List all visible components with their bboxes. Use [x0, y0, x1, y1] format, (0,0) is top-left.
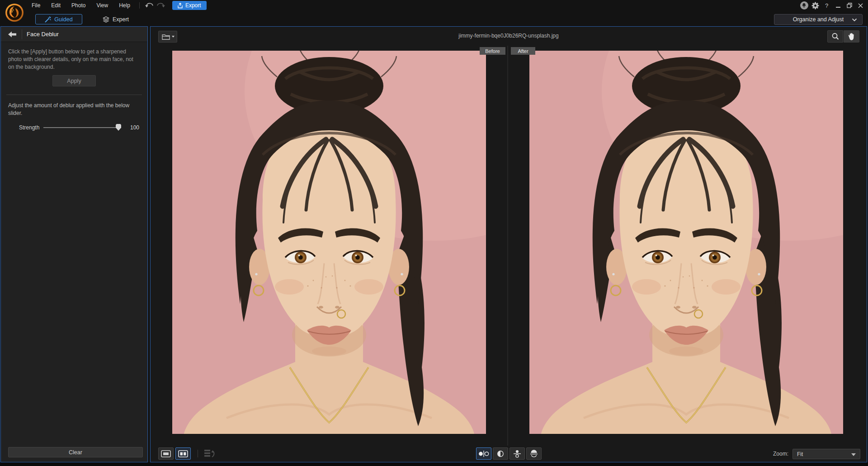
zoom-tool-button[interactable]: [827, 30, 843, 43]
strength-value: 100: [130, 124, 139, 131]
canvas: Before After: [151, 46, 867, 446]
slider-hint: Adjust the amount of deblur applied with…: [8, 102, 140, 117]
face-deblur-panel: Face Deblur Click the [Apply] button bel…: [0, 26, 148, 462]
compare-split-icon: [495, 450, 506, 457]
image-after: [529, 51, 843, 434]
apply-to-all-button[interactable]: [204, 449, 216, 461]
compare-split-horizontal-button[interactable]: [526, 447, 542, 460]
viewer-toolbar-bottom: Zoom: Fit: [151, 446, 867, 462]
help-button[interactable]: ?: [821, 0, 832, 11]
strength-slider[interactable]: [43, 123, 121, 133]
menu-edit[interactable]: Edit: [46, 2, 66, 9]
mode-tabrow: Guided Expert Organize and Adjust: [0, 11, 868, 26]
undo-icon: [145, 2, 153, 9]
single-view-button[interactable]: [158, 447, 174, 460]
redo-button[interactable]: [155, 1, 167, 10]
back-button[interactable]: [5, 29, 20, 40]
magnifier-icon: [831, 33, 840, 41]
compare-view-button[interactable]: [175, 447, 191, 460]
export-button[interactable]: Export: [172, 1, 207, 10]
divider: [6, 95, 142, 95]
back-arrow-icon: [8, 31, 17, 38]
wand-icon: [45, 16, 51, 23]
chevron-down-icon: [852, 18, 857, 22]
apply-button[interactable]: Apply: [52, 75, 96, 86]
after-tab[interactable]: After: [511, 47, 535, 55]
tab-expert[interactable]: Expert: [92, 14, 139, 24]
slider-thumb[interactable]: [116, 124, 121, 131]
close-icon: [858, 3, 863, 8]
pan-tool-button[interactable]: [844, 30, 859, 43]
restore-icon: [847, 3, 852, 8]
settings-button[interactable]: [810, 0, 821, 11]
canvas-divider: [507, 46, 508, 446]
slider-track[interactable]: [43, 127, 121, 128]
compare-top-bottom-icon: [512, 450, 523, 458]
window-controls: ?: [798, 0, 866, 11]
panel-header: Face Deblur: [1, 27, 147, 42]
viewer-toolbar-top: jimmy-fermin-bqe0J0b26RQ-unsplash.jpg: [151, 27, 867, 46]
menu-help[interactable]: Help: [113, 2, 136, 9]
clear-button[interactable]: Clear: [8, 447, 143, 457]
split-view-icon: [178, 450, 188, 457]
compare-side-by-side-icon: [478, 450, 489, 457]
single-view-icon: [161, 450, 171, 457]
app-logo: [5, 3, 24, 23]
menu-file[interactable]: File: [26, 2, 46, 9]
body: Face Deblur Click the [Apply] button bel…: [0, 26, 868, 462]
close-button[interactable]: [855, 0, 866, 11]
layers-icon: [103, 16, 109, 23]
menubar: File Edit Photo View Help: [26, 0, 207, 11]
undo-button[interactable]: [143, 1, 155, 10]
titlebar: File Edit Photo View Help: [0, 0, 868, 11]
zoom-level-dropdown[interactable]: Fit: [793, 449, 860, 459]
menu-view[interactable]: View: [91, 2, 113, 9]
zoom-level-value: Fit: [797, 451, 803, 457]
tab-guided[interactable]: Guided: [35, 14, 82, 24]
compare-split-button[interactable]: [493, 447, 508, 460]
settings-gear-icon: [811, 2, 819, 10]
divider: [22, 29, 22, 39]
apply-to-all-icon: [204, 449, 216, 459]
minimize-icon: [836, 7, 840, 8]
caret-down-icon: [851, 453, 856, 456]
zoom-label: Zoom:: [773, 451, 788, 457]
portrait-photo: [172, 51, 486, 434]
workspace-switcher-label: Organize and Adjust: [793, 16, 844, 23]
panel-title: Face Deblur: [27, 31, 59, 38]
window-bottom-edge: [0, 462, 868, 466]
tab-expert-label: Expert: [113, 16, 129, 23]
panel-description: Click the [Apply] button below to get a …: [8, 48, 140, 71]
portrait-photo: [529, 51, 843, 434]
strength-label: Strength: [19, 124, 39, 131]
image-before: [172, 51, 486, 434]
workspace-switcher[interactable]: Organize and Adjust: [774, 14, 863, 25]
notification-bell-icon: [800, 1, 808, 10]
strength-row: Strength 100: [1, 123, 147, 133]
divider: [139, 2, 140, 9]
export-label: Export: [185, 2, 201, 9]
tab-guided-label: Guided: [54, 16, 72, 23]
hand-pan-icon: [848, 33, 855, 41]
export-icon: [178, 3, 183, 9]
divider: [198, 450, 198, 457]
filename: jimmy-fermin-bqe0J0b26RQ-unsplash.jpg: [151, 33, 867, 39]
before-tab[interactable]: Before: [480, 47, 505, 55]
minimize-button[interactable]: [832, 0, 844, 11]
compare-split-horizontal-icon: [528, 450, 539, 458]
notifications-button[interactable]: [798, 0, 810, 11]
compare-top-bottom-button[interactable]: [509, 447, 525, 460]
restore-button[interactable]: [844, 0, 855, 11]
photodirector-window: File Edit Photo View Help: [0, 0, 868, 466]
menu-photo[interactable]: Photo: [66, 2, 91, 9]
redo-icon: [157, 2, 165, 9]
compare-side-by-side-button[interactable]: [476, 447, 491, 460]
help-icon: ?: [825, 2, 828, 9]
viewer: jimmy-fermin-bqe0J0b26RQ-unsplash.jpg: [150, 26, 867, 462]
